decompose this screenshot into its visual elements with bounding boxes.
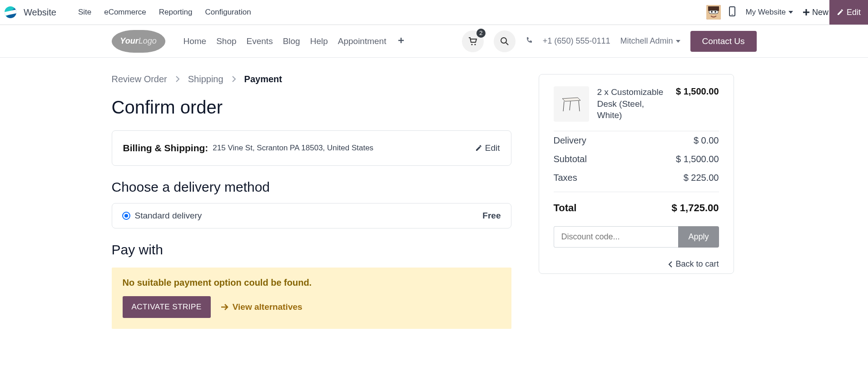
promo-code-input[interactable] [554, 226, 679, 248]
view-alternatives-link[interactable]: View alternatives [221, 302, 303, 312]
search-icon [500, 37, 509, 46]
svg-point-6 [732, 14, 733, 15]
sysmenu-site[interactable]: Site [78, 8, 91, 17]
delivery-option-card[interactable]: Standard delivery Free [112, 203, 511, 228]
search-button[interactable] [494, 30, 516, 52]
svg-point-9 [501, 38, 506, 43]
view-alternatives-label: View alternatives [233, 302, 303, 312]
phone-number[interactable]: +1 (650) 555-0111 [543, 36, 610, 46]
total-row-subtotal: Subtotal $ 1,500.00 [554, 150, 719, 169]
total-row-taxes: Taxes $ 225.00 [554, 169, 719, 187]
svg-point-8 [474, 44, 476, 45]
user-account-dropdown[interactable]: Mitchell Admin [620, 36, 680, 46]
checkout-breadcrumb: Review Order Shipping Payment [112, 74, 511, 84]
user-avatar[interactable] [706, 5, 721, 20]
billing-address: 215 Vine St, Scranton PA 18503, United S… [213, 144, 373, 153]
product-name: 2 x Customizable Desk (Steel, White) [597, 86, 668, 122]
system-top-bar: Website Site eCommerce Reporting Configu… [0, 0, 868, 25]
promo-code-row: Apply [554, 226, 719, 248]
billing-shipping-card: Billing & Shipping: 215 Vine St, Scranto… [112, 130, 511, 166]
promo-apply-button[interactable]: Apply [678, 226, 719, 248]
delivery-option-price: Free [482, 211, 501, 221]
back-to-cart-label: Back to cart [675, 259, 719, 269]
contact-us-button[interactable]: Contact Us [690, 31, 757, 52]
payment-section-title: Pay with [112, 242, 511, 258]
breadcrumb-shipping[interactable]: Shipping [188, 74, 223, 84]
user-account-label: Mitchell Admin [620, 36, 673, 46]
caret-down-icon [676, 40, 680, 43]
cart-count-badge: 2 [476, 29, 486, 38]
caret-down-icon [789, 11, 793, 14]
back-to-cart-link[interactable]: Back to cart [554, 259, 719, 269]
delivery-option-label[interactable]: Standard delivery [135, 211, 202, 221]
site-nav: Home Shop Events Blog Help Appointment [184, 36, 407, 46]
billing-label: Billing & Shipping: [123, 143, 208, 154]
chevron-left-icon [668, 261, 673, 268]
mobile-preview-icon[interactable] [729, 6, 735, 18]
cart-button[interactable]: 2 [462, 30, 484, 52]
site-logo[interactable]: YourLogo [112, 30, 165, 53]
phone-icon [526, 37, 533, 46]
website-nav-bar: YourLogo Home Shop Events Blog Help Appo… [0, 25, 868, 58]
checkout-main: Review Order Shipping Payment Confirm or… [112, 74, 511, 329]
cart-icon [468, 37, 477, 45]
svg-point-7 [471, 44, 472, 45]
chevron-right-icon [175, 74, 180, 84]
svg-rect-2 [709, 10, 718, 14]
new-page-button[interactable]: New [803, 8, 828, 17]
order-summary-card: 2 x Customizable Desk (Steel, White) $ 1… [539, 74, 734, 274]
nav-appointment[interactable]: Appointment [338, 36, 387, 46]
site-logo-text-1: Your [120, 36, 138, 46]
billing-edit-button[interactable]: Edit [475, 143, 500, 153]
system-menu: Site eCommerce Reporting Configuration [78, 8, 251, 17]
payment-warning-message: No suitable payment option could be foun… [123, 278, 501, 288]
website-selector-label: My Website [745, 8, 786, 17]
nav-home[interactable]: Home [184, 36, 207, 46]
payment-warning-box: No suitable payment option could be foun… [112, 268, 511, 329]
chevron-right-icon [232, 74, 236, 84]
pencil-icon [475, 144, 482, 152]
sysmenu-reporting[interactable]: Reporting [159, 8, 193, 17]
pencil-icon [837, 9, 844, 16]
order-line-item: 2 x Customizable Desk (Steel, White) $ 1… [554, 86, 719, 131]
order-totals: Delivery $ 0.00 Subtotal $ 1,500.00 Taxe… [554, 131, 719, 218]
breadcrumb-review-order[interactable]: Review Order [112, 74, 167, 84]
nav-add-menu-icon[interactable] [396, 36, 406, 46]
app-title: Website [24, 7, 56, 18]
billing-edit-label: Edit [485, 143, 500, 153]
sysmenu-ecommerce[interactable]: eCommerce [104, 8, 146, 17]
nav-help[interactable]: Help [310, 36, 328, 46]
activate-stripe-button[interactable]: ACTIVATE STRIPE [123, 296, 211, 318]
plus-icon [803, 9, 809, 15]
delivery-section-title: Choose a delivery method [112, 179, 511, 195]
site-logo-text-2: Logo [139, 36, 157, 46]
svg-point-4 [714, 11, 716, 13]
edit-page-label: Edit [847, 8, 861, 17]
nav-blog[interactable]: Blog [283, 36, 300, 46]
breadcrumb-payment: Payment [244, 74, 282, 84]
svg-point-3 [711, 11, 713, 13]
edit-page-button[interactable]: Edit [829, 0, 868, 25]
page-title: Confirm order [112, 97, 511, 118]
delivery-option-radio[interactable] [122, 212, 130, 220]
page-content: Review Order Shipping Payment Confirm or… [103, 58, 766, 345]
product-thumbnail [554, 86, 589, 122]
total-row-grand: Total $ 1,725.00 [554, 192, 719, 218]
app-logo-icon [5, 6, 16, 18]
arrow-right-icon [221, 304, 229, 310]
nav-shop[interactable]: Shop [216, 36, 236, 46]
line-amount: $ 1,500.00 [676, 86, 719, 122]
sysmenu-configuration[interactable]: Configuration [205, 8, 251, 17]
total-row-delivery: Delivery $ 0.00 [554, 131, 719, 150]
website-selector[interactable]: My Website [745, 8, 793, 17]
nav-events[interactable]: Events [247, 36, 273, 46]
new-page-label: New [812, 8, 828, 17]
